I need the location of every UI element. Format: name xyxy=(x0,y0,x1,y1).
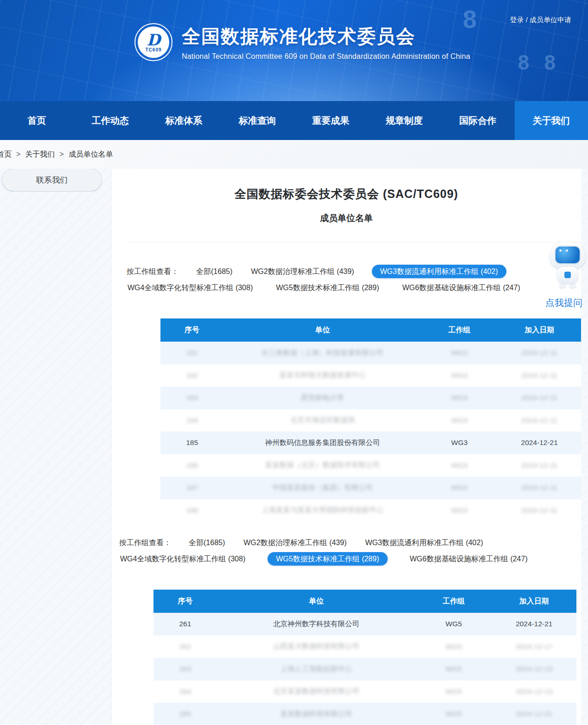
logo-tc609-text: TC609 xyxy=(145,47,161,52)
sidebar-item[interactable]: 联系我们 xyxy=(2,169,102,191)
nav-item[interactable]: 关于我们 xyxy=(515,101,588,140)
workgroup-filter-option[interactable]: WG3数据流通利用标准工作组 (402) xyxy=(372,265,506,278)
filter-row-1: 全部(1685)WG2数据治理标准工作组 (439)WG3数据流通利用标准工作组… xyxy=(195,267,523,277)
cell-unit: 长三角数据（上海）科技发展有限公司 xyxy=(224,348,422,358)
workgroup-filter-option[interactable]: WG6数据基础设施标准工作组 (247) xyxy=(409,552,529,566)
breadcrumb-label[interactable]: 首页 xyxy=(0,150,12,159)
robot-head xyxy=(550,242,585,269)
col-header-joindate: 加入日期 xyxy=(492,597,576,606)
cell-workgroup: WG5 xyxy=(415,710,492,718)
breadcrumb-separator: > xyxy=(59,150,64,159)
filter-label: 按工作组查看： xyxy=(119,538,171,548)
workgroup-filter-section-1: 按工作组查看： 全部(1685)WG2数据治理标准工作组 (439)WG3数据流… xyxy=(127,267,564,299)
col-header-unit: 单位 xyxy=(224,325,422,335)
table-row[interactable]: 181 长三角数据（上海）科技发展有限公司 WG3 2024-12-11 xyxy=(160,342,581,364)
cell-unit: 某某市村镇大数据发展中心 xyxy=(224,370,422,380)
cell-joindate: 2024-12-21 xyxy=(492,710,576,718)
ask-me-button[interactable]: 点我提问 xyxy=(545,297,582,309)
breadcrumb-item[interactable]: 首页 > xyxy=(0,150,25,159)
cell-joindate: 2024-12-11 xyxy=(497,506,581,515)
table-row[interactable]: 188 上海某某与某某大学国际科技创新中心 WG3 2024-12-11 xyxy=(160,499,581,522)
table-header: 序号 单位 工作组 加入日期 xyxy=(153,590,576,613)
page-title: 全国数据标委会技术委员会 (SAC/TC609) xyxy=(112,186,581,202)
nav-item[interactable]: 重要成果 xyxy=(294,101,368,140)
logo-d-glyph: D xyxy=(147,32,160,47)
table-row[interactable]: 263 上海人工智能创新中心 WG5 2024-12-13 xyxy=(153,658,576,680)
workgroup-filter-option[interactable]: WG4全域数字化转型标准工作组 (308) xyxy=(119,552,246,566)
table-row[interactable]: 186 某某数据（北京）数据技术有限公司 WG3 2024-12-11 xyxy=(160,454,581,477)
cell-joindate: 2024-12-21 xyxy=(492,620,576,628)
workgroup-filter-option[interactable]: 全部(1685) xyxy=(188,536,226,549)
col-header-workgroup: 工作组 xyxy=(415,597,492,606)
page-subtitle: 成员单位名单 xyxy=(112,212,581,224)
cell-unit: 某某数据科技有限公司 xyxy=(217,709,416,719)
table-row[interactable]: 185 神州数码信息服务集团股份有限公司 WG3 2024-12-21 xyxy=(160,432,581,454)
cell-unit: 神州数码信息服务集团股份有限公司 xyxy=(224,438,422,448)
workgroup-filter-option[interactable]: WG5数据技术标准工作组 (289) xyxy=(275,281,380,294)
workgroup-filter-option[interactable]: WG3数据流通利用标准工作组 (402) xyxy=(364,536,484,549)
nav-item[interactable]: 国际合作 xyxy=(441,101,515,140)
filter-label: 按工作组查看： xyxy=(127,267,179,277)
cell-unit: 中国某某股份（集团）有限公司 xyxy=(224,483,422,493)
breadcrumb-item[interactable]: 关于我们 > xyxy=(25,150,68,159)
table-row[interactable]: 183 西安邮电大学 WG3 2024-12-11 xyxy=(160,387,581,409)
cell-workgroup: WG5 xyxy=(415,620,492,628)
table-header: 序号 单位 工作组 加入日期 xyxy=(160,318,581,342)
table-row[interactable]: 187 中国某某股份（集团）有限公司 WG3 2024-12-11 xyxy=(160,477,581,499)
workgroup-filter-option[interactable]: WG2数据治理标准工作组 (439) xyxy=(250,265,355,278)
cell-joindate: 2024-12-13 xyxy=(492,687,576,696)
workgroup-filter-section-2: 按工作组查看： 全部(1685)WG2数据治理标准工作组 (439)WG3数据流… xyxy=(119,538,571,571)
table-row[interactable]: 262 山西某大数据科技有限公司 WG5 2024-12-17 xyxy=(153,636,576,658)
cell-no: 181 xyxy=(160,349,224,357)
table-row[interactable]: 261 北京神州数字科技有限公司 WG5 2024-12-21 xyxy=(153,613,576,636)
cell-workgroup: WG3 xyxy=(422,506,497,515)
workgroup-filter-option[interactable]: WG4全域数字化转型标准工作组 (308) xyxy=(127,281,254,294)
cell-unit: 北京神州数字科技有限公司 xyxy=(217,619,416,629)
robot-eye xyxy=(559,249,562,252)
site-title: 全国数据标准化技术委员会 xyxy=(182,24,470,49)
nav-item[interactable]: 首页 xyxy=(0,101,74,140)
nav-item[interactable]: 规章制度 xyxy=(368,101,441,140)
table-row[interactable]: 264 北京某某数据科技有限公司 WG5 2024-12-13 xyxy=(153,680,576,703)
assistant-robot-icon[interactable] xyxy=(549,242,587,288)
cell-unit: 上海某某与某某大学国际科技创新中心 xyxy=(224,505,422,515)
site-brand: D TC609 全国数据标准化技术委员会 National Technical … xyxy=(134,23,470,61)
cell-workgroup: WG5 xyxy=(415,687,492,696)
divider xyxy=(127,242,581,242)
site-subtitle-en: National Technical Committee 609 on Data… xyxy=(182,52,470,61)
filter-row-1: 全部(1685)WG2数据治理标准工作组 (439)WG3数据流通利用标准工作组… xyxy=(188,538,501,548)
breadcrumb: 首页 > 关于我们 > 成员单位名单 > xyxy=(0,140,588,169)
filter-row-2: WG4全域数字化转型标准工作组 (308)WG5数据技术标准工作组 (289)W… xyxy=(127,283,543,293)
cell-joindate: 2024-12-17 xyxy=(492,642,576,651)
nav-item[interactable]: 标准查询 xyxy=(221,101,294,140)
site-banner: 8 8 8 登录 / 成员单位申请 D TC609 全国数据标准化技术委员会 N… xyxy=(0,0,588,101)
cell-no: 262 xyxy=(153,642,217,651)
cell-no: 263 xyxy=(153,665,217,673)
main-panel: 全国数据标委会技术委员会 (SAC/TC609) 成员单位名单 按工作组查看： … xyxy=(111,169,581,725)
breadcrumb-label[interactable]: 成员单位名单 xyxy=(69,150,113,159)
login-link[interactable]: 登录 / 成员单位申请 xyxy=(510,16,571,25)
workgroup-filter-option[interactable]: WG5数据技术标准工作组 (289) xyxy=(268,552,387,566)
table-row[interactable]: 184 北京市海淀区数据局 WG3 2024-12-11 xyxy=(160,409,581,432)
banner-texture: 8 8 xyxy=(518,51,560,74)
cell-joindate: 2024-12-11 xyxy=(497,416,581,425)
cell-no: 187 xyxy=(160,483,224,492)
cell-workgroup: WG3 xyxy=(422,416,497,425)
robot-feet xyxy=(549,284,587,288)
workgroup-filter-option[interactable]: WG2数据治理标准工作组 (439) xyxy=(243,536,347,549)
breadcrumb-label[interactable]: 关于我们 xyxy=(25,150,55,159)
nav-item[interactable]: 工作动态 xyxy=(74,101,147,140)
table-row[interactable]: 265 某某数据科技有限公司 WG5 2024-12-21 xyxy=(153,703,576,725)
cell-workgroup: WG3 xyxy=(422,439,497,447)
cell-joindate: 2024-12-11 xyxy=(497,349,581,357)
cell-unit: 北京某某数据科技有限公司 xyxy=(217,687,416,696)
table-row[interactable]: 182 某某市村镇大数据发展中心 WG3 2024-12-11 xyxy=(160,364,581,387)
breadcrumb-item[interactable]: 成员单位名单 > xyxy=(69,150,113,159)
nav-item[interactable]: 标准体系 xyxy=(147,101,221,140)
workgroup-filter-option[interactable]: 全部(1685) xyxy=(195,265,233,278)
cell-joindate: 2024-12-21 xyxy=(497,439,581,447)
workgroup-filter-option[interactable]: WG6数据基础设施标准工作组 (247) xyxy=(402,281,521,294)
cell-joindate: 2024-12-11 xyxy=(497,483,581,492)
cell-workgroup: WG5 xyxy=(415,665,492,673)
cell-workgroup: WG3 xyxy=(422,461,497,470)
